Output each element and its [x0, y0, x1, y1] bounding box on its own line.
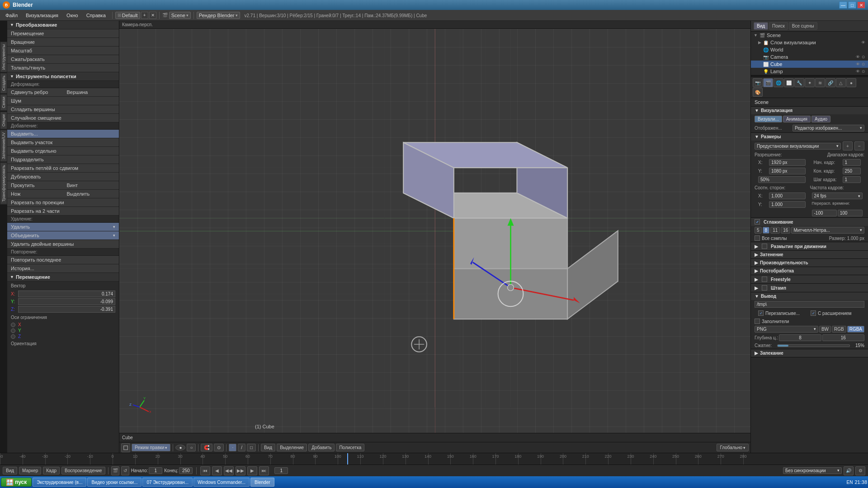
baking-header[interactable]: ▶ Запекание — [751, 349, 868, 357]
squeeze-tool[interactable]: Сжать/раскать — [7, 55, 119, 64]
menu-item-render[interactable]: Визуализация — [22, 12, 62, 19]
menu-item-window[interactable]: Окно — [63, 12, 82, 19]
render-props-btn[interactable]: 📷 — [753, 78, 763, 87]
pushpull-tool[interactable]: Толкать/тянуть — [7, 64, 119, 72]
rotate-tool[interactable]: Вращение — [7, 38, 119, 47]
modifiers-btn[interactable]: 🔧 — [794, 78, 804, 87]
start-frame-input[interactable]: 1 — [843, 159, 861, 166]
mode-selector[interactable]: Режим правки ▾ — [132, 444, 170, 451]
outliner-item-cube[interactable]: ▶ ⬜ Cube 👁 ⊙ — [751, 61, 868, 68]
extension-checkbox[interactable] — [811, 310, 816, 316]
mesh-menu-btn[interactable]: Полисетка — [336, 444, 364, 451]
tab-transform[interactable]: Трансформировать — [0, 162, 7, 204]
tab-options[interactable]: Опции — [0, 112, 7, 129]
delete-tool[interactable]: Удалить▾ — [7, 223, 119, 231]
move-tool[interactable]: Перемещение — [7, 29, 119, 38]
random-tool[interactable]: Случайное смещение — [7, 114, 119, 122]
loopcut-tool[interactable]: Разрезать петлёй со сдвигом — [7, 164, 119, 173]
tab-shading[interactable]: Затенение/UV — [0, 130, 7, 162]
aa-8[interactable]: 8 — [763, 227, 770, 234]
minimize-button[interactable]: — — [839, 1, 847, 9]
constraints-btn[interactable]: 🔗 — [826, 78, 835, 87]
audio-btn[interactable]: 🔊 — [844, 466, 854, 475]
outliner-item-layers[interactable]: ▶ 📋 Слои визуализации 👁 — [751, 39, 868, 46]
smooth-tool[interactable]: Сгладить вершины — [7, 105, 119, 114]
current-frame-input[interactable]: 1 — [274, 467, 288, 474]
vertex-select-btn[interactable]: · — [229, 444, 236, 451]
transform-section-header[interactable]: ▼ Преобразование — [7, 21, 119, 29]
vertex-tool[interactable]: Вершина — [63, 88, 119, 97]
percent-input[interactable]: 50% — [758, 176, 806, 183]
outliner-item-scene[interactable]: ▼ 🎬 Scene — [751, 32, 868, 39]
step-input[interactable]: 1 — [843, 176, 861, 183]
world-props-btn[interactable]: 🌐 — [774, 78, 783, 87]
jump-start-btn[interactable]: ⏮ — [200, 466, 210, 475]
face-select-btn[interactable]: □ — [247, 444, 256, 451]
step-back-btn[interactable]: ◀ — [212, 466, 222, 475]
renderer-selector[interactable]: Рендер Blender ▾ — [197, 12, 240, 19]
start-button[interactable]: 🪟 пуск — [1, 478, 32, 487]
aa-5[interactable]: 5 — [755, 227, 762, 234]
title-bar-controls[interactable]: — □ ✕ — [839, 1, 865, 9]
x-axis-radio[interactable] — [11, 323, 15, 327]
extrude-tool[interactable]: Выдавить... — [7, 130, 119, 138]
duplicate-tool[interactable]: Дублировать — [7, 173, 119, 181]
tab-relations[interactable]: Связи — [0, 94, 7, 111]
post-header[interactable]: ▶ Постобработка — [751, 267, 868, 275]
aa-16[interactable]: 16 — [781, 227, 790, 234]
output-header[interactable]: ▼ Вывод — [751, 292, 868, 300]
sync-selector[interactable]: Без синхронизации ▾ — [783, 467, 842, 474]
stamp-checkbox[interactable] — [762, 285, 767, 291]
spin-tool[interactable]: Прокутить — [7, 181, 63, 190]
ax-input[interactable]: 1.000 — [769, 192, 806, 199]
compress-bar[interactable] — [777, 344, 850, 347]
dimensions-header[interactable]: ▼ Размеры — [751, 133, 868, 141]
freestyle-header[interactable]: ▶ Freestyle — [751, 275, 868, 283]
viz-tab-main[interactable]: Визуали... — [755, 116, 782, 122]
motion-blur-checkbox[interactable] — [762, 244, 767, 249]
noise-tool[interactable]: Шум — [7, 97, 119, 105]
view-tab[interactable]: Вид — [754, 22, 768, 30]
bw-btn[interactable]: BW — [819, 326, 831, 333]
repeat-last-tool[interactable]: Повторить последнее — [7, 256, 119, 264]
layout-add-btn[interactable]: + — [141, 12, 148, 19]
timeline-play-btn[interactable]: Воспроизведение — [61, 467, 105, 474]
shading-header[interactable]: ▶ Затенение — [751, 251, 868, 258]
extrude-individual-tool[interactable]: Выдавить отдельно — [7, 147, 119, 155]
add-menu-btn[interactable]: Добавить — [308, 444, 335, 451]
play-reverse-btn[interactable]: ◀◀ — [224, 466, 234, 475]
all-scenes-tab[interactable]: Все сцены — [789, 22, 817, 30]
physics-btn[interactable]: ≋ — [815, 78, 825, 87]
transform2-section-header[interactable]: ▼ Перемещение — [7, 273, 119, 282]
screw-tool[interactable]: Винт — [63, 181, 119, 190]
tab-create[interactable]: Создать — [0, 73, 7, 94]
placeholders-checkbox[interactable] — [755, 319, 760, 324]
outliner-item-world[interactable]: ▶ 🌐 World — [751, 46, 868, 53]
tab-tools[interactable]: Инструменты — [0, 42, 7, 72]
visualization-header[interactable]: ▼ Визуализация — [751, 107, 868, 114]
jump-end-btn[interactable]: ⏭ — [259, 466, 269, 475]
taskbar-item-3[interactable]: Windows Commander... — [193, 478, 250, 487]
taskbar-item-0[interactable]: Экструдирование (в... — [33, 478, 86, 487]
ay-input[interactable]: 1.000 — [769, 201, 806, 208]
freestyle-checkbox[interactable] — [762, 277, 767, 282]
scene-selector[interactable]: 🎬 Scene ▾ — [162, 12, 191, 19]
y-res-input[interactable]: 1080 px — [769, 168, 806, 174]
output-path-input[interactable] — [755, 301, 864, 308]
taskbar-item-2[interactable]: 07 Экструдирован... — [142, 478, 192, 487]
proportional-type-btn[interactable]: ○ — [187, 444, 196, 451]
edge-select-btn[interactable]: / — [238, 444, 245, 451]
y-value[interactable]: -0.099 — [18, 298, 115, 305]
subdivide-tool[interactable]: Подразделить — [7, 155, 119, 164]
timeline-settings-btn[interactable]: ⚙ — [855, 466, 865, 475]
scale-tool[interactable]: Масштаб — [7, 47, 119, 55]
timeline-start-input[interactable]: 1 — [149, 467, 162, 474]
mesh-tools-section-header[interactable]: ▼ Инструменты полисетки — [7, 72, 119, 81]
3d-viewport[interactable]: X Y Z (1) Cube — [119, 29, 750, 433]
motion-blur-header[interactable]: ▶ Размытие при движении — [751, 242, 868, 250]
aa-header[interactable]: Сглаживание — [751, 218, 868, 226]
close-button[interactable]: ✕ — [857, 1, 865, 9]
taskbar-item-4[interactable]: Blender — [250, 478, 274, 487]
extrude-region-tool[interactable]: Выдавить участок — [7, 138, 119, 147]
y-axis-radio[interactable] — [11, 328, 15, 333]
